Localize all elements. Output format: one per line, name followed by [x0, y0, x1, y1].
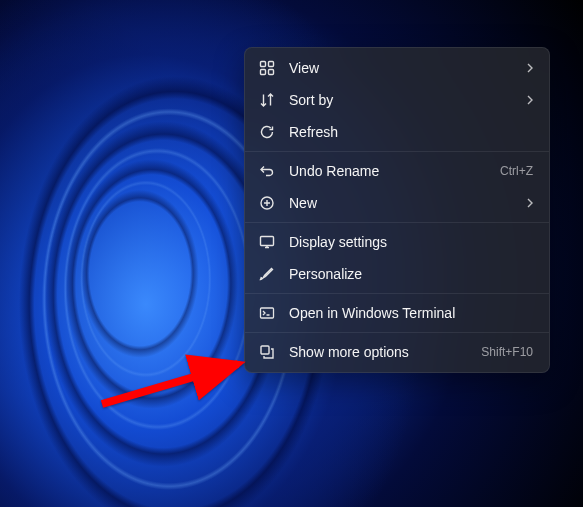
display-icon — [259, 234, 275, 250]
menu-label: Undo Rename — [289, 163, 486, 179]
menu-label: Display settings — [289, 234, 535, 250]
menu-label: Open in Windows Terminal — [289, 305, 535, 321]
menu-item-new[interactable]: New — [249, 187, 545, 219]
menu-shortcut: Ctrl+Z — [500, 164, 533, 178]
chevron-right-icon — [525, 198, 535, 208]
menu-label: Refresh — [289, 124, 535, 140]
menu-label: Show more options — [289, 344, 467, 360]
svg-rect-2 — [261, 70, 266, 75]
undo-icon — [259, 163, 275, 179]
menu-item-refresh[interactable]: Refresh — [249, 116, 545, 148]
terminal-icon — [259, 305, 275, 321]
chevron-right-icon — [525, 63, 535, 73]
menu-item-undo[interactable]: Undo Rename Ctrl+Z — [249, 155, 545, 187]
new-plus-icon — [259, 195, 275, 211]
svg-rect-3 — [269, 70, 274, 75]
menu-label: New — [289, 195, 511, 211]
menu-separator — [245, 332, 549, 333]
menu-item-personalize[interactable]: Personalize — [249, 258, 545, 290]
sort-icon — [259, 92, 275, 108]
menu-item-display-settings[interactable]: Display settings — [249, 226, 545, 258]
view-grid-icon — [259, 60, 275, 76]
svg-rect-7 — [261, 346, 269, 354]
menu-item-sort-by[interactable]: Sort by — [249, 84, 545, 116]
menu-separator — [245, 222, 549, 223]
menu-separator — [245, 151, 549, 152]
menu-label: Sort by — [289, 92, 511, 108]
svg-rect-6 — [261, 308, 274, 318]
menu-item-windows-terminal[interactable]: Open in Windows Terminal — [249, 297, 545, 329]
chevron-right-icon — [525, 95, 535, 105]
more-options-icon — [259, 344, 275, 360]
menu-item-view[interactable]: View — [249, 52, 545, 84]
menu-item-show-more-options[interactable]: Show more options Shift+F10 — [249, 336, 545, 368]
menu-label: Personalize — [289, 266, 535, 282]
desktop-context-menu: View Sort by Refresh — [244, 47, 550, 373]
svg-rect-0 — [261, 62, 266, 67]
svg-rect-5 — [261, 237, 274, 246]
menu-shortcut: Shift+F10 — [481, 345, 533, 359]
menu-separator — [245, 293, 549, 294]
svg-rect-1 — [269, 62, 274, 67]
menu-label: View — [289, 60, 511, 76]
refresh-icon — [259, 124, 275, 140]
personalize-brush-icon — [259, 266, 275, 282]
